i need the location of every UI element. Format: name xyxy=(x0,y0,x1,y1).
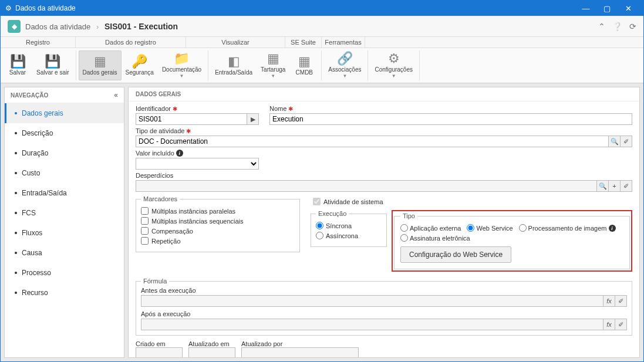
repetition-checkbox[interactable] xyxy=(141,237,149,245)
nav-item-dados-gerais[interactable]: Dados gerais xyxy=(5,103,124,123)
navigation-panel: NAVEGAÇÃO « Dados gerais Descrição Duraç… xyxy=(4,87,124,358)
before-fx-button[interactable]: fx xyxy=(603,295,615,307)
cmdb-button[interactable]: ▦ CMDB xyxy=(289,50,319,80)
nav-item-entrada-saida[interactable]: Entrada/Saída xyxy=(5,183,124,203)
main-panel: DADOS GERAIS Identificador✱ ▶ Nome✱ xyxy=(128,87,640,358)
maximize-button[interactable]: ▢ xyxy=(596,1,618,16)
wastes-input[interactable] xyxy=(136,180,597,192)
type-fieldset: Tipo Aplicação externa Web Service Proce… xyxy=(394,212,630,269)
folder-icon: 📁 xyxy=(174,52,190,65)
sync-radio[interactable] xyxy=(316,222,323,229)
wastes-search-button[interactable]: 🔍 xyxy=(597,180,609,192)
associations-button[interactable]: 🔗 Associações ▼ xyxy=(324,50,365,80)
external-app-radio[interactable] xyxy=(400,224,408,232)
webservice-radio[interactable] xyxy=(467,224,474,232)
tab-registro[interactable]: Registro xyxy=(1,37,76,48)
before-exec-input[interactable] xyxy=(141,295,603,307)
markers-fieldset: Marcadores Múltiplas instâncias paralela… xyxy=(136,195,300,252)
io-button[interactable]: ◧ Entrada/Saída xyxy=(211,50,257,80)
window-titlebar: ⚙ Dados da atividade — ▢ ✕ xyxy=(1,1,643,16)
after-fx-button[interactable]: fx xyxy=(603,319,615,330)
minimize-button[interactable]: — xyxy=(575,1,596,16)
nav-item-descricao[interactable]: Descrição xyxy=(5,123,124,143)
nav-title: NAVEGAÇÃO xyxy=(11,92,48,99)
after-exec-label: Após a execução xyxy=(141,310,627,317)
close-button[interactable]: ✕ xyxy=(618,1,639,16)
webservice-config-button[interactable]: Configuração do Web Service xyxy=(400,246,511,263)
identifier-label: Identificador✱ xyxy=(136,105,259,112)
tab-dados-registro[interactable]: Dados do registro xyxy=(76,37,186,48)
updated-label: Atualizado em xyxy=(188,340,235,347)
documentation-button[interactable]: 📁 Documentação ▼ xyxy=(158,50,205,80)
help-icon[interactable]: ❔ xyxy=(612,22,622,31)
nav-item-causa[interactable]: Causa xyxy=(5,243,124,263)
save-button[interactable]: 💾 Salvar xyxy=(3,50,32,80)
refresh-icon[interactable]: ⟳ xyxy=(629,22,636,31)
parallel-checkbox[interactable] xyxy=(141,207,149,215)
wastes-add-button[interactable]: + xyxy=(609,180,621,192)
breadcrumb-root[interactable]: Dados da atividade xyxy=(25,22,90,31)
value-included-select[interactable] xyxy=(136,158,259,170)
info-icon[interactable]: i xyxy=(176,150,183,157)
tab-se-suite[interactable]: SE Suite xyxy=(285,37,322,48)
updated-by-label: Atualizado por xyxy=(241,340,359,347)
name-input[interactable] xyxy=(269,113,632,125)
identifier-input[interactable] xyxy=(136,113,247,125)
created-input xyxy=(136,347,183,358)
chevron-down-icon: ▼ xyxy=(271,73,275,79)
activity-type-clear-button[interactable]: ✐ xyxy=(621,136,632,147)
security-button[interactable]: 🔑 Segurança xyxy=(122,50,158,80)
formula-fieldset: Fórmula Antes da execução fx ✐ Após a ex… xyxy=(136,278,632,336)
nav-collapse-icon[interactable]: « xyxy=(114,91,118,99)
nav-item-recurso[interactable]: Recurso xyxy=(5,283,124,303)
general-data-button[interactable]: ▦ Dados gerais xyxy=(79,50,122,80)
activity-type-input[interactable] xyxy=(136,136,609,147)
info-icon[interactable]: i xyxy=(609,225,616,232)
tab-ferramentas[interactable]: Ferramentas xyxy=(322,37,365,48)
link-icon: 🔗 xyxy=(337,52,353,65)
chevron-down-icon: ▼ xyxy=(342,73,347,79)
nav-item-custo[interactable]: Custo xyxy=(5,163,124,183)
window-title: Dados da atividade xyxy=(15,4,575,12)
ribbon-tabs: Registro Dados do registro Visualizar SE… xyxy=(1,37,643,48)
io-icon: ◧ xyxy=(228,55,240,68)
ribbon-toolbar: 💾 Salvar 💾 Salvar e sair ▦ Dados gerais … xyxy=(1,48,643,83)
nav-item-processo[interactable]: Processo xyxy=(5,263,124,283)
chevron-down-icon: ▼ xyxy=(392,73,396,79)
identifier-arrow-button[interactable]: ▶ xyxy=(247,113,259,125)
type-highlight-box: Tipo Aplicação externa Web Service Proce… xyxy=(392,210,632,272)
activity-type-search-button[interactable]: 🔍 xyxy=(609,136,621,147)
tab-visualizar[interactable]: Visualizar xyxy=(186,37,285,48)
type-legend: Tipo xyxy=(400,212,417,219)
markers-legend: Marcadores xyxy=(141,195,180,202)
gears-icon: ⚙ xyxy=(388,52,400,65)
compensation-checkbox[interactable] xyxy=(141,227,149,235)
formula-legend: Fórmula xyxy=(141,278,169,285)
key-icon: 🔑 xyxy=(132,55,147,68)
activity-type-label: Tipo de atividade✱ xyxy=(136,127,632,134)
collapse-up-icon[interactable]: ⌃ xyxy=(598,22,605,31)
wastes-label: Desperdícios xyxy=(136,172,632,179)
floppy-icon: 💾 xyxy=(10,55,26,68)
window-icon: ⚙ xyxy=(5,4,12,12)
turtle-icon: ▦ xyxy=(267,52,279,65)
execution-legend: Execução xyxy=(316,210,349,217)
after-clear-button[interactable]: ✐ xyxy=(615,319,627,330)
async-radio[interactable] xyxy=(316,232,323,239)
before-exec-label: Antes da execução xyxy=(141,287,627,294)
sequential-checkbox[interactable] xyxy=(141,217,149,225)
nav-item-fluxos[interactable]: Fluxos xyxy=(5,223,124,243)
esign-radio[interactable] xyxy=(400,234,408,242)
turtle-button[interactable]: ▦ Tartaruga ▼ xyxy=(257,50,289,80)
configurations-button[interactable]: ⚙ Configurações ▼ xyxy=(370,50,416,80)
img-proc-radio[interactable] xyxy=(519,224,527,232)
after-exec-input[interactable] xyxy=(141,319,603,330)
name-label: Nome✱ xyxy=(269,105,632,112)
save-exit-button[interactable]: 💾 Salvar e sair xyxy=(32,50,73,80)
before-clear-button[interactable]: ✐ xyxy=(615,295,627,307)
wastes-clear-button[interactable]: ✐ xyxy=(621,180,632,192)
nav-item-duracao[interactable]: Duração xyxy=(5,143,124,163)
breadcrumb-separator: › xyxy=(96,22,99,31)
created-label: Criado em xyxy=(136,340,183,347)
nav-item-fcs[interactable]: FCS xyxy=(5,203,124,223)
